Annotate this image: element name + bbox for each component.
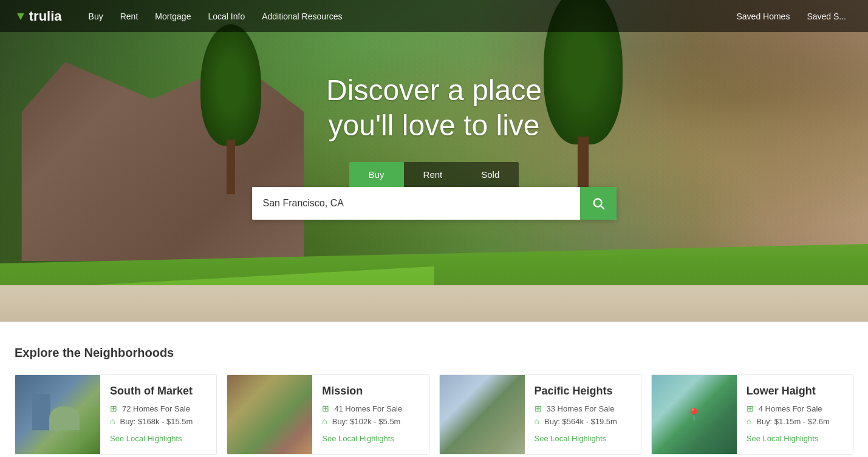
hero-title-line1: Discover a place xyxy=(326,74,542,106)
card-info-pacific: Pacific Heights ⊞ 33 Homes For Sale ⌂ Bu… xyxy=(525,375,641,454)
buy-icon-soma: ⌂ xyxy=(110,416,115,426)
nav-rent[interactable]: Rent xyxy=(113,7,146,26)
search-button[interactable] xyxy=(580,187,617,220)
navbar: ▼ trulia Buy Rent Mortgage Local Info Ad… xyxy=(0,0,868,32)
logo-icon: ▼ xyxy=(15,9,27,23)
tab-sold[interactable]: Sold xyxy=(462,162,519,187)
hero-title: Discover a place you'll love to live xyxy=(222,73,647,143)
neighborhood-grid: South of Market ⊞ 72 Homes For Sale ⌂ Bu… xyxy=(15,374,853,455)
section-title: Explore the Neighborhoods xyxy=(15,346,853,360)
neighborhoods-section: Explore the Neighborhoods South of Marke… xyxy=(0,322,868,457)
card-lower-haight[interactable]: Lower Haight ⊞ 4 Homes For Sale ⌂ Buy: $… xyxy=(651,374,853,455)
card-homes-mission: ⊞ 41 Homes For Sale xyxy=(322,404,419,413)
card-name-lower-haight: Lower Haight xyxy=(747,385,843,398)
card-image-mission xyxy=(227,375,312,454)
highlights-link-lower-haight[interactable]: See Local Highlights xyxy=(747,434,819,443)
homes-icon-pacific: ⊞ xyxy=(535,404,542,413)
logo-text: trulia xyxy=(29,8,62,24)
homes-icon-mission: ⊞ xyxy=(322,404,329,413)
svg-line-1 xyxy=(601,206,604,209)
card-buy-mission: ⌂ Buy: $102k - $5.5m xyxy=(322,416,419,426)
search-bar xyxy=(252,187,617,220)
nav-buy[interactable]: Buy xyxy=(81,7,111,26)
logo[interactable]: ▼ trulia xyxy=(15,8,62,24)
card-homes-soma: ⊞ 72 Homes For Sale xyxy=(110,404,207,413)
search-icon xyxy=(592,197,605,210)
card-info-lower-haight: Lower Haight ⊞ 4 Homes For Sale ⌂ Buy: $… xyxy=(737,375,853,454)
card-south-of-market[interactable]: South of Market ⊞ 72 Homes For Sale ⌂ Bu… xyxy=(15,374,217,455)
hero-section: Discover a place you'll love to live Buy… xyxy=(0,0,868,322)
card-image-pacific xyxy=(440,375,525,454)
nav-mortgage[interactable]: Mortgage xyxy=(148,7,198,26)
nav-local-info[interactable]: Local Info xyxy=(200,7,252,26)
card-homes-pacific: ⊞ 33 Homes For Sale xyxy=(535,404,631,413)
buy-icon-lower-haight: ⌂ xyxy=(747,416,751,426)
card-info-soma: South of Market ⊞ 72 Homes For Sale ⌂ Bu… xyxy=(100,375,216,454)
card-info-mission: Mission ⊞ 41 Homes For Sale ⌂ Buy: $102k… xyxy=(312,375,428,454)
card-pacific-heights[interactable]: Pacific Heights ⊞ 33 Homes For Sale ⌂ Bu… xyxy=(439,374,641,455)
soma-photo xyxy=(15,375,100,454)
nav-right: Saved Homes Saved S... xyxy=(729,7,853,26)
card-buy-pacific: ⌂ Buy: $564k - $19.5m xyxy=(535,416,631,426)
highlights-link-mission[interactable]: See Local Highlights xyxy=(322,434,394,443)
nav-additional-resources[interactable]: Additional Resources xyxy=(255,7,349,26)
hero-title-line2: you'll love to live xyxy=(329,109,540,141)
nav-links: Buy Rent Mortgage Local Info Additional … xyxy=(81,7,730,26)
hero-content: Discover a place you'll love to live Buy… xyxy=(222,73,647,220)
mission-photo xyxy=(227,375,312,454)
highlights-link-pacific[interactable]: See Local Highlights xyxy=(535,434,607,443)
buy-icon-pacific: ⌂ xyxy=(535,416,539,426)
card-homes-lower-haight: ⊞ 4 Homes For Sale xyxy=(747,404,843,413)
search-tabs: Buy Rent Sold xyxy=(349,162,519,187)
card-name-mission: Mission xyxy=(322,385,419,398)
lower-haight-photo xyxy=(652,375,737,454)
card-name-soma: South of Market xyxy=(110,385,207,398)
buy-icon-mission: ⌂ xyxy=(322,416,327,426)
card-buy-soma: ⌂ Buy: $168k - $15.5m xyxy=(110,416,207,426)
hero-sidewalk xyxy=(0,285,868,322)
card-name-pacific: Pacific Heights xyxy=(535,385,631,398)
nav-saved-searches[interactable]: Saved S... xyxy=(799,7,853,26)
card-mission[interactable]: Mission ⊞ 41 Homes For Sale ⌂ Buy: $102k… xyxy=(227,374,429,455)
highlights-link-soma[interactable]: See Local Highlights xyxy=(110,434,182,443)
card-buy-lower-haight: ⌂ Buy: $1.15m - $2.6m xyxy=(747,416,843,426)
search-input[interactable] xyxy=(252,187,580,220)
card-image-soma xyxy=(15,375,100,454)
pacific-photo xyxy=(440,375,525,454)
homes-icon-soma: ⊞ xyxy=(110,404,117,413)
card-image-lower-haight xyxy=(652,375,737,454)
nav-saved-homes[interactable]: Saved Homes xyxy=(729,7,797,26)
tab-rent[interactable]: Rent xyxy=(404,162,462,187)
tab-buy[interactable]: Buy xyxy=(349,162,404,187)
homes-icon-lower-haight: ⊞ xyxy=(747,404,754,413)
